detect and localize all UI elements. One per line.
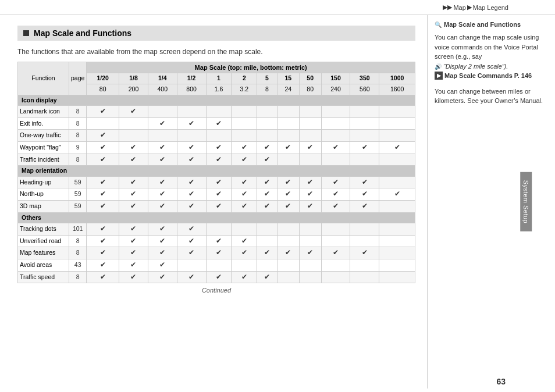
check-cell (87, 117, 119, 130)
check-cell (379, 154, 415, 166)
check-cell (257, 223, 278, 236)
check-cell: ✔ (148, 154, 177, 166)
check-cell: ✔ (350, 247, 379, 259)
check-cell: ✔ (321, 188, 350, 201)
check-cell: ✔ (148, 259, 177, 272)
check-cell: ✔ (257, 201, 278, 213)
function-cell: One-way traffic (18, 130, 69, 142)
top-nav: ▶▶ Map ▶ Map Legend (0, 0, 555, 15)
check-cell: ✔ (206, 188, 232, 201)
page-cell: 59 (69, 188, 87, 201)
check-cell: ✔ (277, 201, 299, 213)
check-cell (299, 223, 321, 236)
function-cell: Traffic speed (18, 271, 69, 283)
page-cell: 8 (69, 247, 87, 259)
check-cell (299, 106, 321, 118)
page-cell: 8 (69, 130, 87, 142)
check-cell (350, 223, 379, 236)
check-cell: ✔ (148, 142, 177, 154)
table-row: Exit info.8✔✔✔ (18, 117, 415, 130)
check-cell (321, 223, 350, 236)
check-cell: ✔ (350, 188, 379, 201)
check-cell (350, 154, 379, 166)
check-cell: ✔ (277, 142, 299, 154)
check-cell (257, 117, 278, 130)
check-cell (257, 130, 278, 142)
check-cell: ✔ (299, 188, 321, 201)
check-cell: ✔ (177, 223, 206, 236)
check-cell: ✔ (206, 176, 232, 188)
check-cell (277, 271, 299, 283)
page-cell: 59 (69, 201, 87, 213)
check-cell (379, 117, 415, 130)
check-cell (206, 106, 232, 118)
check-cell: ✔ (87, 247, 119, 259)
check-cell (379, 106, 415, 118)
sidebar-para1b: “Display 2 mile scale”). (443, 63, 508, 70)
check-cell (299, 235, 321, 247)
function-cell: Heading-up (18, 176, 69, 188)
check-cell: ✔ (87, 106, 119, 118)
title-square-icon (23, 30, 29, 36)
check-cell: ✔ (119, 176, 148, 188)
check-cell: ✔ (148, 176, 177, 188)
check-cell: ✔ (277, 247, 299, 259)
check-cell (277, 117, 299, 130)
check-cell: ✔ (119, 247, 148, 259)
check-cell (379, 130, 415, 142)
check-cell (277, 154, 299, 166)
check-cell (299, 154, 321, 166)
check-cell (257, 259, 278, 272)
check-cell (232, 223, 257, 236)
check-cell: ✔ (177, 176, 206, 188)
check-cell: ✔ (119, 271, 148, 283)
function-cell: 3D map (18, 201, 69, 213)
function-cell: Tracking dots (18, 223, 69, 236)
check-cell: ✔ (232, 271, 257, 283)
check-cell (232, 106, 257, 118)
table-row: 3D map59✔✔✔✔✔✔✔✔✔✔✔ (18, 201, 415, 213)
check-cell: ✔ (119, 142, 148, 154)
check-cell: ✔ (299, 142, 321, 154)
sidebar-link-page: P. 146 (514, 71, 532, 81)
check-cell (299, 259, 321, 272)
check-cell: ✔ (321, 176, 350, 188)
check-cell: ✔ (350, 176, 379, 188)
check-cell (379, 176, 415, 188)
function-cell: Unverified road (18, 235, 69, 247)
check-cell: ✔ (177, 247, 206, 259)
check-cell: ✔ (148, 188, 177, 201)
check-cell (350, 259, 379, 272)
check-cell (350, 130, 379, 142)
table-row: Unverified road8✔✔✔✔✔✔ (18, 235, 415, 247)
map-scale-table: Function page Map Scale (top: mile, bott… (17, 62, 415, 283)
check-cell (119, 130, 148, 142)
check-cell: ✔ (148, 117, 177, 130)
check-cell (232, 259, 257, 272)
function-cell: Exit info. (18, 117, 69, 130)
check-cell (277, 106, 299, 118)
check-cell (321, 259, 350, 272)
check-cell: ✔ (206, 117, 232, 130)
check-cell: ✔ (321, 142, 350, 154)
check-cell: ✔ (87, 188, 119, 201)
sidebar-title-text: Map Scale and Functions (444, 21, 521, 28)
nav-arrows: ▶▶ (443, 3, 452, 11)
content-area: Map Scale and Functions The functions th… (0, 15, 427, 389)
table-row: Landmark icon8✔✔ (18, 106, 415, 118)
check-cell: ✔ (148, 201, 177, 213)
check-cell (232, 117, 257, 130)
col-header-function: Function (18, 62, 69, 95)
function-cell: Waypoint "flag" (18, 142, 69, 154)
table-row: One-way traffic8✔ (18, 130, 415, 142)
system-setup-label: System Setup (522, 180, 529, 223)
page-cell: 8 (69, 106, 87, 118)
function-cell: Landmark icon (18, 106, 69, 118)
check-cell: ✔ (148, 247, 177, 259)
check-cell: ✔ (148, 223, 177, 236)
check-cell: ✔ (177, 271, 206, 283)
check-cell: ✔ (119, 235, 148, 247)
nav-map-legend: Map Legend (473, 4, 508, 11)
table-row: Traffic incident8✔✔✔✔✔✔✔ (18, 154, 415, 166)
check-cell: ✔ (299, 201, 321, 213)
